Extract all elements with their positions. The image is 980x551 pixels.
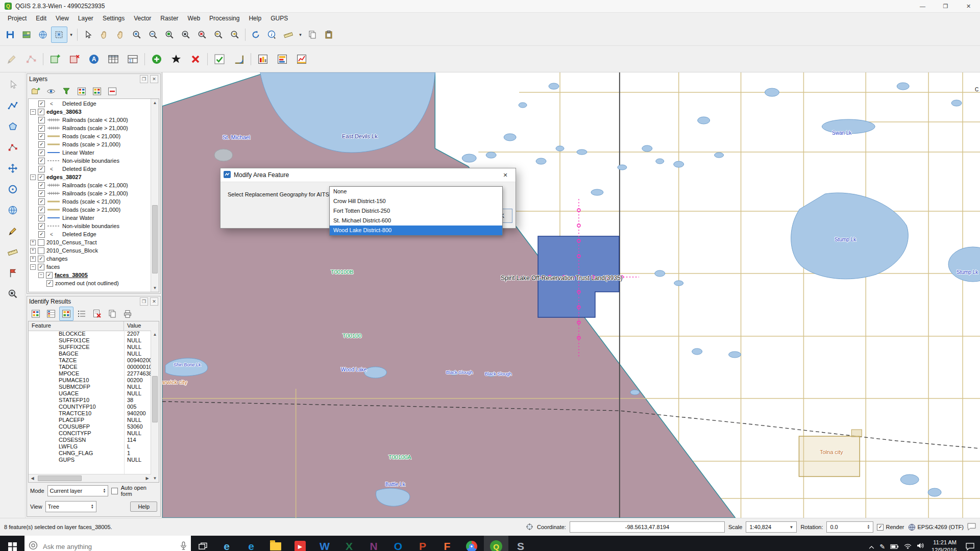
layer-checkbox[interactable]: ✓ bbox=[38, 182, 45, 189]
collapse-all-button[interactable] bbox=[90, 84, 104, 98]
identify-row[interactable]: UGACENULL bbox=[29, 390, 151, 397]
dropdown-option[interactable]: Wood Lake District-800 bbox=[330, 226, 502, 235]
layer-item[interactable]: ✓Linear Water bbox=[29, 148, 151, 157]
taskbar-clock[interactable]: 11:21 AM 12/9/2016 bbox=[928, 536, 960, 551]
tree-expander-icon[interactable]: + bbox=[30, 256, 36, 262]
maximize-button[interactable]: ❐ bbox=[934, 0, 957, 12]
identify-features-button[interactable]: i bbox=[264, 27, 280, 43]
expand-results-button[interactable] bbox=[29, 307, 43, 321]
taskbar-app-qgis[interactable]: Q bbox=[484, 536, 508, 551]
coordinate-capture-icon[interactable] bbox=[526, 523, 533, 532]
add-area-button[interactable] bbox=[45, 49, 65, 69]
identify-row[interactable]: TADCE00000010 bbox=[29, 364, 151, 370]
layer-checkbox[interactable]: ✓ bbox=[46, 272, 53, 279]
layer-item[interactable]: −✓faces_38005 bbox=[29, 271, 151, 279]
menu-settings[interactable]: Settings bbox=[98, 13, 129, 23]
close-panel-icon[interactable]: ✕ bbox=[150, 75, 158, 83]
zoom-to-selection-button[interactable] bbox=[178, 27, 194, 43]
layer-item[interactable]: −✓edges_38027 bbox=[29, 173, 151, 181]
labeling-button[interactable]: A bbox=[84, 49, 104, 69]
microphone-icon[interactable] bbox=[180, 541, 187, 551]
taskbar-search[interactable] bbox=[24, 536, 191, 551]
zoom-full-button[interactable] bbox=[161, 27, 178, 43]
print-results-button[interactable] bbox=[120, 307, 135, 321]
geography-dropdown-list[interactable]: NoneCrow Hill District-150Fort Totten Di… bbox=[329, 186, 503, 236]
menu-processing[interactable]: Processing bbox=[205, 13, 244, 23]
taskbar-app-excel[interactable]: X bbox=[337, 536, 361, 551]
render-checkbox[interactable]: ✓ Render bbox=[877, 524, 904, 531]
add-feature-button[interactable] bbox=[147, 49, 166, 69]
zoom-in-button[interactable] bbox=[129, 27, 145, 43]
scale-select[interactable]: 1:40,824▼ bbox=[746, 521, 797, 533]
layer-checkbox[interactable]: ✓ bbox=[38, 117, 45, 123]
layer-checkbox[interactable]: ✓ bbox=[38, 223, 45, 230]
layer-checkbox[interactable] bbox=[38, 239, 44, 246]
layer-checkbox[interactable]: ✓ bbox=[46, 280, 53, 287]
taskbar-app-internet-explorer[interactable]: e bbox=[214, 536, 239, 551]
validate-button[interactable] bbox=[210, 49, 229, 69]
action-center-button[interactable] bbox=[960, 536, 980, 551]
identify-row[interactable]: COUSUBFP53060 bbox=[29, 423, 151, 430]
layer-item[interactable]: −✓faces bbox=[29, 263, 151, 271]
taskbar-app-onenote[interactable]: N bbox=[361, 536, 386, 551]
layer-item[interactable]: ✓zoomed out (not outlined) bbox=[29, 279, 151, 287]
add-polygon-tool[interactable] bbox=[4, 117, 22, 136]
column-header-value[interactable]: Value bbox=[124, 321, 159, 331]
annotation-tool[interactable] bbox=[4, 222, 22, 240]
identify-row[interactable]: LWFLGL bbox=[29, 443, 151, 450]
dialog-close-button[interactable]: ✕ bbox=[498, 172, 512, 179]
layer-item[interactable]: ✓Railroads (scale > 21,000) bbox=[29, 189, 151, 197]
toggle-editing-button[interactable] bbox=[2, 49, 21, 69]
flag-tool[interactable] bbox=[4, 264, 22, 282]
layer-checkbox[interactable]: ✓ bbox=[38, 207, 45, 213]
layer-item[interactable]: +✓changes bbox=[29, 255, 151, 263]
add-group-button[interactable] bbox=[29, 84, 43, 98]
zoom-next-button[interactable] bbox=[227, 27, 243, 43]
tray-battery-icon[interactable] bbox=[890, 542, 899, 551]
gups-export-button[interactable] bbox=[273, 49, 292, 69]
modify-feature-button[interactable] bbox=[166, 49, 186, 69]
gups-report-button[interactable] bbox=[253, 49, 273, 69]
menu-help[interactable]: Help bbox=[244, 13, 266, 23]
move-feature-tool[interactable] bbox=[4, 159, 22, 178]
add-line-tool[interactable] bbox=[4, 96, 22, 115]
tree-expander-icon[interactable]: − bbox=[30, 109, 36, 115]
remove-layer-button[interactable] bbox=[105, 84, 119, 98]
menu-layer[interactable]: Layer bbox=[74, 13, 98, 23]
node-tool-button[interactable] bbox=[21, 49, 41, 69]
identify-row[interactable]: PLACEFPNULL bbox=[29, 417, 151, 423]
layer-item[interactable]: ✓<Deleted Edge bbox=[29, 99, 151, 108]
tree-expander-icon[interactable]: − bbox=[30, 264, 36, 270]
attribute-table-button[interactable] bbox=[104, 49, 123, 69]
dropdown-option[interactable]: None bbox=[330, 187, 502, 196]
layer-item[interactable]: −✓edges_38063 bbox=[29, 108, 151, 116]
layer-checkbox[interactable]: ✓ bbox=[38, 215, 45, 221]
gups-print-button[interactable] bbox=[292, 49, 311, 69]
layer-checkbox[interactable]: ✓ bbox=[38, 256, 44, 262]
select-features-button[interactable] bbox=[51, 27, 67, 43]
expand-all-button[interactable] bbox=[75, 84, 89, 98]
pan-to-selection-button[interactable] bbox=[112, 27, 129, 43]
measure-dropdown[interactable]: ▾ bbox=[297, 27, 304, 43]
circle-tool[interactable] bbox=[4, 180, 22, 198]
save-button[interactable] bbox=[2, 27, 18, 43]
crs-status-button[interactable]: EPSG:4269 (OTF) bbox=[908, 523, 964, 531]
layer-checkbox[interactable]: ✓ bbox=[38, 166, 45, 172]
menu-gups[interactable]: GUPS bbox=[266, 13, 292, 23]
layer-item[interactable]: ✓<Deleted Edge bbox=[29, 230, 151, 238]
layer-checkbox[interactable] bbox=[38, 247, 44, 254]
taskbar-app-media-player[interactable]: ▶ bbox=[288, 536, 312, 551]
layer-item[interactable]: ✓Roads (scale > 21,000) bbox=[29, 140, 151, 148]
identify-row[interactable]: SUBMCDFPNULL bbox=[29, 384, 151, 390]
identify-row[interactable]: MPOCE22774638 bbox=[29, 370, 151, 377]
identify-row[interactable]: CONCITYFPNULL bbox=[29, 430, 151, 437]
taskbar-app-chrome[interactable] bbox=[459, 536, 484, 551]
layer-checkbox[interactable]: ✓ bbox=[38, 109, 44, 115]
identify-hscrollbar[interactable]: ◀ ▶ bbox=[29, 474, 151, 482]
tree-expander-icon[interactable]: + bbox=[30, 248, 36, 254]
layer-checkbox[interactable]: ✓ bbox=[38, 264, 44, 270]
layers-scrollbar[interactable]: ▲ ▼ bbox=[151, 99, 159, 292]
layer-checkbox[interactable]: ✓ bbox=[38, 101, 45, 107]
identify-row[interactable]: BLOCKCE2207 bbox=[29, 331, 151, 337]
column-header-feature[interactable]: Feature bbox=[29, 321, 124, 331]
